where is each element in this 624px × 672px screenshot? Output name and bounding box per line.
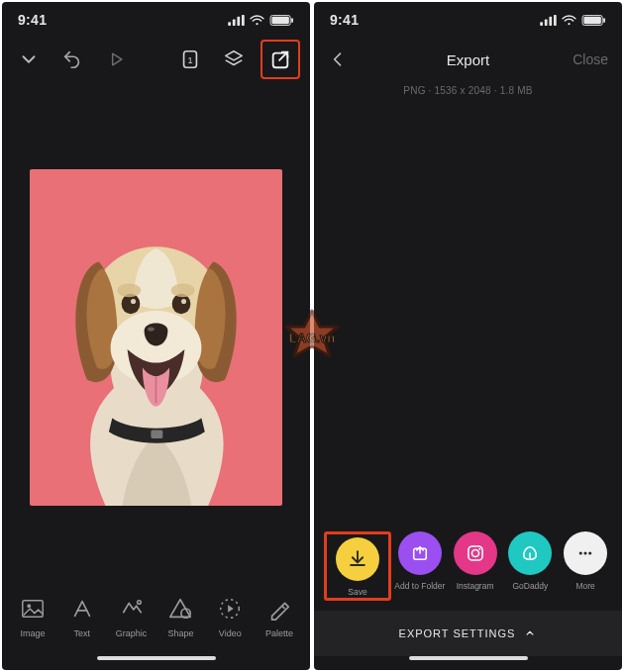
cellular-icon — [228, 15, 245, 26]
instagram-icon — [465, 542, 486, 564]
dest-label: Instagram — [457, 581, 494, 591]
instagram-icon-circle — [454, 531, 497, 575]
export-button-highlight — [260, 40, 300, 79]
dest-label: Save — [348, 587, 366, 597]
battery-icon — [269, 15, 294, 26]
play-icon — [106, 49, 126, 69]
dest-more[interactable]: More — [559, 531, 612, 591]
status-bar: 9:41 — [314, 2, 622, 38]
close-editor-button[interactable] — [12, 43, 46, 76]
wifi-icon — [562, 15, 576, 26]
dest-add-to-folder[interactable]: Add to Folder — [393, 531, 447, 591]
dest-godaddy[interactable]: GoDaddy — [504, 531, 558, 591]
chevron-left-icon — [328, 49, 348, 69]
tool-label: Shape — [167, 628, 193, 638]
export-icon — [269, 48, 291, 70]
tool-shape[interactable]: Shape — [157, 595, 203, 638]
home-indicator[interactable] — [2, 656, 310, 670]
battery-icon — [581, 15, 606, 26]
editor-canvas-area — [2, 81, 310, 585]
export-settings-label: EXPORT SETTINGS — [399, 627, 516, 639]
export-preview-area — [314, 98, 622, 524]
dest-label: More — [575, 581, 594, 591]
export-info: PNG · 1536 x 2048 · 1.8 MB — [314, 81, 622, 98]
export-button[interactable] — [263, 43, 297, 76]
video-icon — [216, 595, 244, 623]
export-settings-button[interactable]: EXPORT SETTINGS — [314, 611, 622, 656]
godaddy-icon-circle — [508, 531, 552, 575]
undo-button[interactable] — [55, 43, 89, 76]
tool-video[interactable]: Video — [207, 595, 253, 638]
wifi-icon — [250, 15, 264, 26]
cellular-icon — [540, 15, 557, 26]
status-bar: 9:41 — [2, 2, 310, 38]
text-icon — [68, 595, 96, 623]
more-icon — [574, 542, 596, 564]
status-time: 9:41 — [18, 12, 47, 28]
status-icons — [540, 15, 606, 26]
graphic-icon — [118, 595, 146, 623]
status-time: 9:41 — [330, 12, 359, 28]
pages-button[interactable] — [173, 43, 207, 76]
status-icons — [228, 15, 294, 26]
tool-label: Image — [20, 628, 45, 638]
back-button[interactable] — [328, 49, 358, 69]
tool-label: Video — [219, 628, 242, 638]
editor-top-toolbar — [2, 38, 310, 81]
dest-label: Add to Folder — [394, 581, 445, 591]
home-indicator[interactable] — [314, 656, 622, 670]
tool-label: Graphic — [116, 628, 148, 638]
dest-label: GoDaddy — [512, 581, 548, 591]
image-icon — [19, 595, 47, 623]
screenshot-export: 9:41 Export Close PNG · 1536 x 2048 · 1.… — [314, 2, 622, 670]
tool-text[interactable]: Text — [59, 595, 105, 638]
layers-icon — [223, 48, 245, 70]
dest-instagram[interactable]: Instagram — [449, 531, 502, 591]
palette-icon — [265, 595, 293, 623]
chevron-up-icon — [523, 626, 537, 640]
tool-label: Text — [73, 628, 90, 638]
tool-palette[interactable]: Palette — [257, 595, 302, 638]
chevron-down-icon — [18, 48, 40, 70]
tool-label: Palette — [265, 628, 293, 638]
screenshot-editor: 9:41 — [2, 2, 310, 670]
tool-image[interactable]: Image — [10, 595, 55, 638]
save-icon-circle — [336, 537, 379, 581]
more-icon-circle — [564, 531, 607, 575]
layers-button[interactable] — [217, 43, 251, 76]
editor-bottom-toolbar: Image Text Graphic Shape Video Palette — [2, 585, 310, 656]
download-icon — [346, 547, 369, 571]
editor-canvas[interactable] — [30, 169, 282, 506]
play-button[interactable] — [99, 43, 133, 76]
undo-icon — [61, 48, 83, 70]
save-button-highlight: Save — [324, 531, 391, 601]
export-header: Export Close — [314, 38, 622, 81]
pages-icon — [179, 48, 201, 70]
canvas-content — [30, 169, 282, 506]
tool-graphic[interactable]: Graphic — [109, 595, 155, 638]
shape-icon — [166, 595, 194, 623]
godaddy-icon — [519, 542, 541, 564]
add-to-folder-icon — [409, 542, 431, 564]
export-destinations: Save Add to Folder Instagram GoDaddy — [314, 524, 622, 605]
dest-save[interactable]: Save — [330, 537, 385, 597]
folder-icon-circle — [398, 531, 442, 575]
close-button[interactable]: Close — [572, 51, 608, 67]
